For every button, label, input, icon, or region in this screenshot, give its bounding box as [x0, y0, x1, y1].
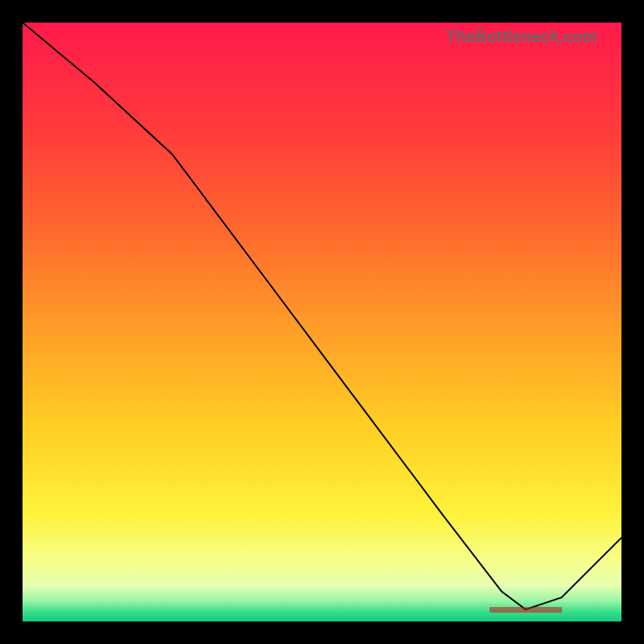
plot-area: TheBottleneck.com	[23, 23, 621, 621]
watermark-text: TheBottleneck.com	[446, 27, 597, 46]
bottleneck-curve	[23, 23, 621, 621]
chart-frame: TheBottleneck.com	[19, 19, 625, 625]
optimal-range-marker	[489, 607, 561, 613]
